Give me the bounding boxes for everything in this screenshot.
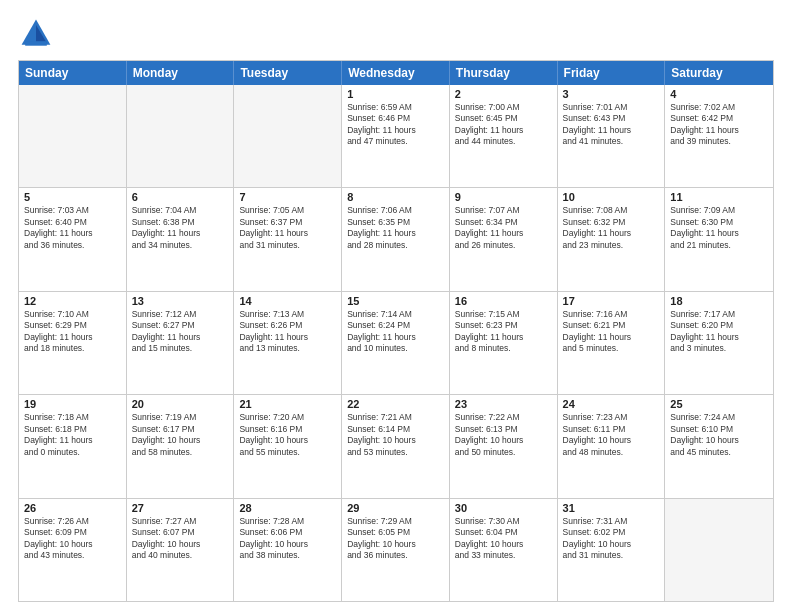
day-number: 17 xyxy=(563,295,660,307)
calendar-cell: 6Sunrise: 7:04 AM Sunset: 6:38 PM Daylig… xyxy=(127,188,235,290)
cell-content: Sunrise: 7:13 AM Sunset: 6:26 PM Dayligh… xyxy=(239,309,336,355)
calendar-cell: 24Sunrise: 7:23 AM Sunset: 6:11 PM Dayli… xyxy=(558,395,666,497)
calendar-row: 19Sunrise: 7:18 AM Sunset: 6:18 PM Dayli… xyxy=(19,394,773,497)
calendar-cell: 7Sunrise: 7:05 AM Sunset: 6:37 PM Daylig… xyxy=(234,188,342,290)
cell-content: Sunrise: 7:06 AM Sunset: 6:35 PM Dayligh… xyxy=(347,205,444,251)
day-number: 6 xyxy=(132,191,229,203)
calendar: SundayMondayTuesdayWednesdayThursdayFrid… xyxy=(18,60,774,602)
cell-content: Sunrise: 7:21 AM Sunset: 6:14 PM Dayligh… xyxy=(347,412,444,458)
day-number: 15 xyxy=(347,295,444,307)
day-number: 16 xyxy=(455,295,552,307)
cell-content: Sunrise: 7:24 AM Sunset: 6:10 PM Dayligh… xyxy=(670,412,768,458)
calendar-cell: 3Sunrise: 7:01 AM Sunset: 6:43 PM Daylig… xyxy=(558,85,666,187)
day-number: 13 xyxy=(132,295,229,307)
day-number: 25 xyxy=(670,398,768,410)
calendar-cell: 9Sunrise: 7:07 AM Sunset: 6:34 PM Daylig… xyxy=(450,188,558,290)
day-number: 19 xyxy=(24,398,121,410)
calendar-cell: 11Sunrise: 7:09 AM Sunset: 6:30 PM Dayli… xyxy=(665,188,773,290)
calendar-header-cell: Sunday xyxy=(19,61,127,85)
calendar-cell: 26Sunrise: 7:26 AM Sunset: 6:09 PM Dayli… xyxy=(19,499,127,601)
page: SundayMondayTuesdayWednesdayThursdayFrid… xyxy=(0,0,792,612)
day-number: 31 xyxy=(563,502,660,514)
calendar-cell: 31Sunrise: 7:31 AM Sunset: 6:02 PM Dayli… xyxy=(558,499,666,601)
calendar-cell: 25Sunrise: 7:24 AM Sunset: 6:10 PM Dayli… xyxy=(665,395,773,497)
svg-rect-2 xyxy=(25,41,47,46)
day-number: 27 xyxy=(132,502,229,514)
calendar-cell: 2Sunrise: 7:00 AM Sunset: 6:45 PM Daylig… xyxy=(450,85,558,187)
day-number: 5 xyxy=(24,191,121,203)
cell-content: Sunrise: 7:14 AM Sunset: 6:24 PM Dayligh… xyxy=(347,309,444,355)
day-number: 30 xyxy=(455,502,552,514)
day-number: 12 xyxy=(24,295,121,307)
calendar-cell: 22Sunrise: 7:21 AM Sunset: 6:14 PM Dayli… xyxy=(342,395,450,497)
day-number: 24 xyxy=(563,398,660,410)
day-number: 22 xyxy=(347,398,444,410)
cell-content: Sunrise: 7:08 AM Sunset: 6:32 PM Dayligh… xyxy=(563,205,660,251)
calendar-row: 1Sunrise: 6:59 AM Sunset: 6:46 PM Daylig… xyxy=(19,85,773,187)
cell-content: Sunrise: 7:17 AM Sunset: 6:20 PM Dayligh… xyxy=(670,309,768,355)
calendar-cell: 28Sunrise: 7:28 AM Sunset: 6:06 PM Dayli… xyxy=(234,499,342,601)
day-number: 14 xyxy=(239,295,336,307)
cell-content: Sunrise: 7:02 AM Sunset: 6:42 PM Dayligh… xyxy=(670,102,768,148)
calendar-header-cell: Friday xyxy=(558,61,666,85)
day-number: 2 xyxy=(455,88,552,100)
day-number: 7 xyxy=(239,191,336,203)
cell-content: Sunrise: 7:27 AM Sunset: 6:07 PM Dayligh… xyxy=(132,516,229,562)
calendar-cell xyxy=(234,85,342,187)
calendar-header-cell: Wednesday xyxy=(342,61,450,85)
calendar-row: 12Sunrise: 7:10 AM Sunset: 6:29 PM Dayli… xyxy=(19,291,773,394)
day-number: 28 xyxy=(239,502,336,514)
calendar-row: 26Sunrise: 7:26 AM Sunset: 6:09 PM Dayli… xyxy=(19,498,773,601)
cell-content: Sunrise: 7:10 AM Sunset: 6:29 PM Dayligh… xyxy=(24,309,121,355)
cell-content: Sunrise: 7:15 AM Sunset: 6:23 PM Dayligh… xyxy=(455,309,552,355)
calendar-cell: 17Sunrise: 7:16 AM Sunset: 6:21 PM Dayli… xyxy=(558,292,666,394)
day-number: 8 xyxy=(347,191,444,203)
day-number: 11 xyxy=(670,191,768,203)
day-number: 4 xyxy=(670,88,768,100)
cell-content: Sunrise: 7:07 AM Sunset: 6:34 PM Dayligh… xyxy=(455,205,552,251)
cell-content: Sunrise: 7:28 AM Sunset: 6:06 PM Dayligh… xyxy=(239,516,336,562)
calendar-header: SundayMondayTuesdayWednesdayThursdayFrid… xyxy=(19,61,773,85)
calendar-cell: 8Sunrise: 7:06 AM Sunset: 6:35 PM Daylig… xyxy=(342,188,450,290)
day-number: 21 xyxy=(239,398,336,410)
cell-content: Sunrise: 7:23 AM Sunset: 6:11 PM Dayligh… xyxy=(563,412,660,458)
calendar-header-cell: Thursday xyxy=(450,61,558,85)
cell-content: Sunrise: 7:30 AM Sunset: 6:04 PM Dayligh… xyxy=(455,516,552,562)
cell-content: Sunrise: 7:31 AM Sunset: 6:02 PM Dayligh… xyxy=(563,516,660,562)
day-number: 18 xyxy=(670,295,768,307)
calendar-cell: 15Sunrise: 7:14 AM Sunset: 6:24 PM Dayli… xyxy=(342,292,450,394)
calendar-cell xyxy=(19,85,127,187)
calendar-cell: 23Sunrise: 7:22 AM Sunset: 6:13 PM Dayli… xyxy=(450,395,558,497)
cell-content: Sunrise: 7:05 AM Sunset: 6:37 PM Dayligh… xyxy=(239,205,336,251)
cell-content: Sunrise: 7:03 AM Sunset: 6:40 PM Dayligh… xyxy=(24,205,121,251)
calendar-cell: 13Sunrise: 7:12 AM Sunset: 6:27 PM Dayli… xyxy=(127,292,235,394)
day-number: 26 xyxy=(24,502,121,514)
cell-content: Sunrise: 7:18 AM Sunset: 6:18 PM Dayligh… xyxy=(24,412,121,458)
cell-content: Sunrise: 7:04 AM Sunset: 6:38 PM Dayligh… xyxy=(132,205,229,251)
day-number: 29 xyxy=(347,502,444,514)
calendar-header-cell: Tuesday xyxy=(234,61,342,85)
cell-content: Sunrise: 7:26 AM Sunset: 6:09 PM Dayligh… xyxy=(24,516,121,562)
day-number: 3 xyxy=(563,88,660,100)
cell-content: Sunrise: 7:16 AM Sunset: 6:21 PM Dayligh… xyxy=(563,309,660,355)
logo-icon xyxy=(18,16,54,52)
logo xyxy=(18,16,58,52)
calendar-cell: 16Sunrise: 7:15 AM Sunset: 6:23 PM Dayli… xyxy=(450,292,558,394)
day-number: 23 xyxy=(455,398,552,410)
day-number: 20 xyxy=(132,398,229,410)
calendar-cell: 14Sunrise: 7:13 AM Sunset: 6:26 PM Dayli… xyxy=(234,292,342,394)
cell-content: Sunrise: 7:29 AM Sunset: 6:05 PM Dayligh… xyxy=(347,516,444,562)
cell-content: Sunrise: 7:12 AM Sunset: 6:27 PM Dayligh… xyxy=(132,309,229,355)
cell-content: Sunrise: 7:01 AM Sunset: 6:43 PM Dayligh… xyxy=(563,102,660,148)
calendar-cell: 4Sunrise: 7:02 AM Sunset: 6:42 PM Daylig… xyxy=(665,85,773,187)
calendar-header-cell: Monday xyxy=(127,61,235,85)
cell-content: Sunrise: 7:19 AM Sunset: 6:17 PM Dayligh… xyxy=(132,412,229,458)
calendar-cell: 29Sunrise: 7:29 AM Sunset: 6:05 PM Dayli… xyxy=(342,499,450,601)
calendar-cell: 30Sunrise: 7:30 AM Sunset: 6:04 PM Dayli… xyxy=(450,499,558,601)
cell-content: Sunrise: 7:22 AM Sunset: 6:13 PM Dayligh… xyxy=(455,412,552,458)
calendar-cell xyxy=(127,85,235,187)
cell-content: Sunrise: 7:20 AM Sunset: 6:16 PM Dayligh… xyxy=(239,412,336,458)
calendar-cell: 20Sunrise: 7:19 AM Sunset: 6:17 PM Dayli… xyxy=(127,395,235,497)
calendar-cell: 12Sunrise: 7:10 AM Sunset: 6:29 PM Dayli… xyxy=(19,292,127,394)
calendar-cell: 21Sunrise: 7:20 AM Sunset: 6:16 PM Dayli… xyxy=(234,395,342,497)
